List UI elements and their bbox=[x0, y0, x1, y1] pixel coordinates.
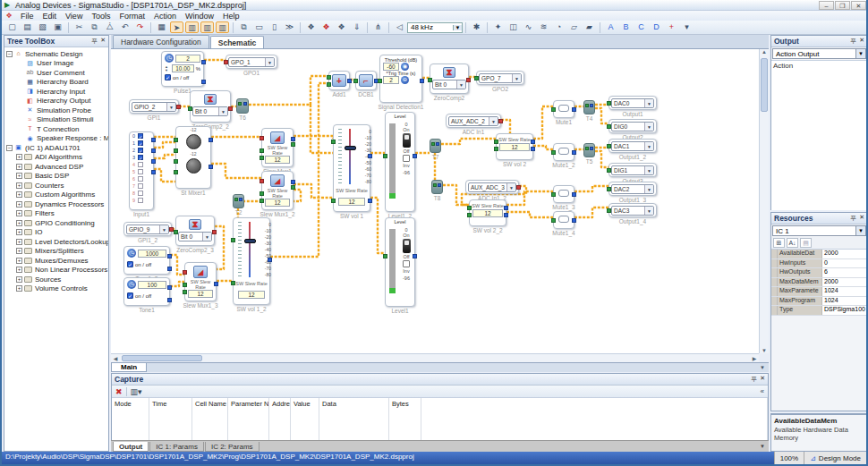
tree-item-non-linear-processors[interactable]: +Non Linear Processors bbox=[16, 266, 108, 275]
block-out3[interactable]: DIG1▼ bbox=[608, 163, 657, 177]
pin[interactable] bbox=[531, 147, 535, 151]
block-tone1[interactable]: ◷100✓on / off bbox=[123, 277, 170, 306]
panel-output-icon[interactable]: ▥ bbox=[200, 21, 214, 33]
clear-capture-icon[interactable]: ✖ bbox=[115, 386, 123, 397]
pin[interactable] bbox=[228, 106, 233, 111]
tile-horizontal-icon[interactable]: ▭ bbox=[252, 21, 266, 33]
compile-icon[interactable]: ≫ bbox=[283, 21, 296, 33]
tab-main[interactable]: Main bbox=[111, 363, 147, 372]
save-icon[interactable]: ▣ bbox=[51, 21, 64, 33]
pin[interactable] bbox=[331, 199, 336, 203]
pin[interactable] bbox=[467, 213, 472, 217]
out1_3-select[interactable]: DAC2▼ bbox=[611, 184, 654, 194]
pin[interactable] bbox=[174, 148, 178, 153]
block-gpi1_2[interactable]: GPIO_9▼ bbox=[123, 222, 172, 236]
block-out1_2[interactable]: DAC1▼ bbox=[608, 139, 657, 153]
sample-rate-select[interactable]: 48 kHz▼ bbox=[407, 22, 463, 33]
add-block-icon[interactable]: + bbox=[665, 21, 678, 33]
pin[interactable] bbox=[167, 254, 172, 258]
tree-item-io[interactable]: +IO bbox=[16, 228, 108, 238]
pin[interactable] bbox=[151, 170, 156, 174]
scroll-right-icon[interactable]: ▶ bbox=[750, 355, 759, 361]
collapse-icon[interactable]: « bbox=[761, 387, 764, 395]
sort-az-icon[interactable]: A↓ bbox=[787, 238, 798, 248]
tree-item-hierarchy-board[interactable]: ▦Hierarchy Board bbox=[18, 78, 108, 88]
pin[interactable] bbox=[174, 230, 178, 234]
maximize-button[interactable]: ❐ bbox=[835, 1, 850, 10]
property-pages-icon[interactable]: ▤ bbox=[800, 238, 812, 248]
pin[interactable] bbox=[208, 138, 213, 142]
pin[interactable] bbox=[498, 119, 503, 123]
block-gpo1[interactable]: GPO_1▼ bbox=[226, 55, 277, 69]
block-slewmux1_2[interactable]: ◢SW Slew Rate12 bbox=[261, 171, 294, 210]
block-t4[interactable] bbox=[583, 100, 595, 114]
probe-icon[interactable]: ✦ bbox=[491, 21, 505, 33]
tree-item-gpio-conditioning[interactable]: +GPIO Conditioning bbox=[16, 218, 108, 228]
out1_4-select[interactable]: DAC3▼ bbox=[611, 206, 654, 216]
page-tabs-more-icon[interactable]: ▼ bbox=[760, 365, 769, 370]
zerocomp2-select[interactable]: Bit 0▼ bbox=[432, 80, 466, 89]
t-connection-body[interactable] bbox=[583, 100, 595, 114]
block-slewmux1[interactable]: ◢SW Slew Rate12 bbox=[261, 128, 294, 167]
resource-row-hwoutputs[interactable]: HwOutputs6 bbox=[771, 268, 867, 278]
pin[interactable] bbox=[347, 79, 352, 83]
open-project-icon[interactable]: ▧ bbox=[36, 21, 49, 33]
pin[interactable] bbox=[327, 82, 331, 87]
pin[interactable] bbox=[183, 270, 187, 275]
scroll-left-icon[interactable]: ◀ bbox=[111, 355, 120, 361]
resource-row-maxprogram[interactable]: MaxProgram1024 bbox=[771, 297, 867, 307]
vertical-scrollbar[interactable]: ▲ ▼ bbox=[759, 49, 769, 353]
out1-select[interactable]: DAC0▼ bbox=[611, 98, 654, 108]
block-zerocomp2[interactable]: ⧗Bit 0▼ bbox=[430, 64, 469, 94]
pin[interactable] bbox=[260, 179, 264, 183]
block-gpo2[interactable]: GPO_7▼ bbox=[476, 71, 524, 85]
pin[interactable] bbox=[353, 79, 358, 83]
hardware-config-icon[interactable]: ▦ bbox=[155, 21, 168, 33]
pin[interactable] bbox=[212, 230, 217, 234]
channel-checkbox[interactable]: ✓ bbox=[138, 155, 143, 160]
menu-action[interactable]: Action bbox=[149, 12, 181, 21]
block-adcin1[interactable]: AUX_ADC_2▼ bbox=[446, 114, 501, 128]
block-b-icon[interactable]: B bbox=[619, 21, 633, 33]
menu-format[interactable]: Format bbox=[115, 12, 149, 21]
tree-item-level-detectors-lookup-tables[interactable]: +Level Detectors/Lookup Tables bbox=[16, 237, 108, 247]
open-file-icon[interactable]: ▤ bbox=[21, 21, 34, 33]
zerocomp2_3-select[interactable]: Bit 0▼ bbox=[178, 232, 212, 241]
pin[interactable] bbox=[368, 199, 372, 203]
menu-view[interactable]: View bbox=[61, 12, 87, 21]
pin[interactable] bbox=[607, 144, 611, 148]
tree-item-user-comment[interactable]: abUser Comment bbox=[18, 68, 108, 78]
tree-view-icon[interactable]: ⋔ bbox=[371, 21, 385, 33]
pin[interactable] bbox=[260, 199, 264, 203]
pin[interactable] bbox=[607, 208, 611, 213]
menu-tools[interactable]: Tools bbox=[87, 12, 115, 21]
menu-help[interactable]: Help bbox=[218, 12, 244, 21]
pin[interactable] bbox=[466, 78, 471, 82]
expand-icon[interactable]: − bbox=[6, 51, 13, 57]
scroll-up-icon[interactable]: ▲ bbox=[760, 49, 769, 55]
spinner-icon[interactable]: ▲▼ bbox=[165, 65, 170, 72]
pin[interactable] bbox=[174, 138, 178, 142]
t-connection-body[interactable] bbox=[583, 143, 595, 157]
pin[interactable] bbox=[331, 140, 336, 144]
block-input1[interactable]: 0✓1✓2✓3✓456789 bbox=[129, 131, 154, 210]
tree-item-advanced-dsp[interactable]: +Advanced DSP bbox=[16, 162, 108, 172]
on-off-checkbox[interactable]: ✓ bbox=[127, 261, 133, 267]
pin[interactable] bbox=[551, 150, 556, 155]
link-blue-icon[interactable]: ❖ bbox=[335, 21, 348, 33]
pin[interactable] bbox=[383, 154, 387, 158]
pin[interactable] bbox=[214, 282, 218, 286]
menu-file[interactable]: File bbox=[16, 12, 38, 21]
invert-checkbox[interactable] bbox=[403, 155, 410, 162]
block-level1[interactable]: Level0OnOffInv-96 bbox=[385, 217, 415, 307]
pin[interactable] bbox=[420, 79, 424, 83]
expand-icon[interactable]: + bbox=[16, 248, 22, 254]
pin[interactable] bbox=[494, 147, 498, 151]
pin[interactable] bbox=[174, 170, 178, 174]
pin[interactable] bbox=[201, 80, 206, 84]
channel-checkbox[interactable] bbox=[138, 169, 143, 174]
output-type-select[interactable]: Action Output▼ bbox=[772, 48, 866, 59]
close-icon[interactable]: ✕ bbox=[859, 37, 864, 46]
gpi1-select[interactable]: GPIO_2▼ bbox=[132, 102, 176, 112]
pin[interactable] bbox=[201, 60, 206, 64]
